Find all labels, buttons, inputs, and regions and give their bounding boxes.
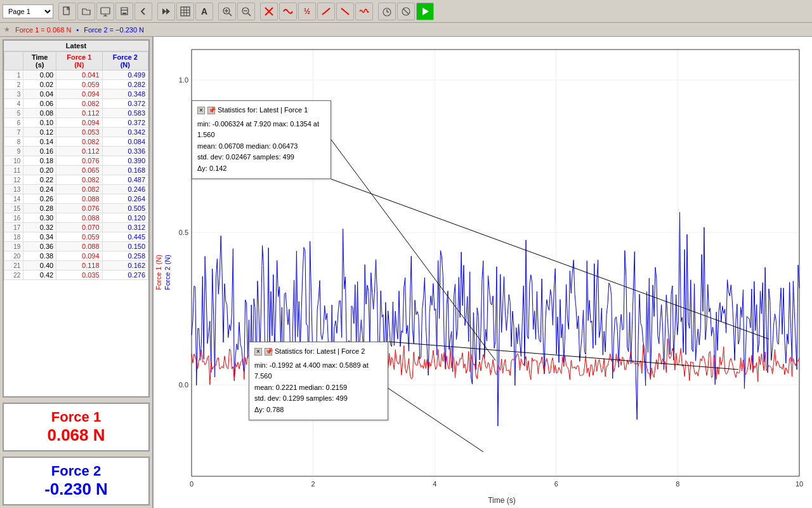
cell-f2: 0.445 (102, 232, 148, 242)
row-index: 3 (4, 90, 23, 99)
cell-f2: 0.372 (102, 99, 148, 109)
fft-button[interactable] (355, 3, 373, 20)
stats1-popup: × 📌 Statistics for: Latest | Force 1 min… (192, 100, 331, 179)
fast-forward-button[interactable] (157, 3, 175, 20)
half-button[interactable]: ½ (298, 3, 316, 20)
stats2-min: min: -0.1992 at 4.400 max: 0.5889 at 7.5… (254, 360, 383, 382)
table-row[interactable]: 110.200.0650.168 (4, 166, 148, 175)
cell-f2: 0.162 (102, 261, 148, 271)
table-row[interactable]: 210.400.1180.162 (4, 261, 148, 271)
cell-f2: 0.120 (102, 213, 148, 223)
cell-f2: 0.282 (102, 80, 148, 90)
row-index: 16 (4, 213, 23, 223)
cell-time: 0.34 (23, 232, 56, 242)
cell-f1: 0.088 (56, 194, 102, 204)
row-index: 2 (4, 80, 23, 90)
row-index: 7 (4, 128, 23, 137)
table-row[interactable]: 160.300.0880.120 (4, 213, 148, 223)
cell-f2: 0.348 (102, 90, 148, 99)
run-button[interactable] (416, 3, 434, 20)
status-f2: Force 2 = −0.230 N (84, 26, 144, 34)
row-index: 18 (4, 232, 23, 242)
cursor-x-button[interactable] (260, 3, 278, 20)
cell-f2: 0.150 (102, 242, 148, 251)
cell-f1: 0.088 (56, 242, 102, 251)
cell-time: 0.28 (23, 204, 56, 213)
table-row[interactable]: 80.140.0820.084 (4, 137, 148, 147)
table-row[interactable]: 70.120.0530.342 (4, 128, 148, 137)
stats2-popup: × 📌 Statistics for: Latest | Force 2 min… (249, 342, 388, 420)
table-row[interactable]: 100.180.0760.390 (4, 156, 148, 166)
col-f2-header: Force 2(N) (102, 52, 148, 70)
wave-button[interactable] (279, 3, 297, 20)
table-row[interactable]: 140.260.0880.264 (4, 194, 148, 204)
cell-time: 0.24 (23, 185, 56, 194)
table-row[interactable]: 200.380.0940.258 (4, 251, 148, 261)
cell-f1: 0.082 (56, 137, 102, 147)
table-row[interactable]: 50.080.1120.583 (4, 109, 148, 118)
table-row[interactable]: 220.420.0350.276 (4, 271, 148, 280)
table-row[interactable]: 30.040.0940.348 (4, 90, 148, 99)
row-index: 5 (4, 109, 23, 118)
stats2-std: std. dev: 0.1299 samples: 499 (254, 393, 383, 404)
print-button[interactable] (115, 3, 133, 20)
slope-down-button[interactable] (336, 3, 354, 20)
svg-line-24 (341, 8, 349, 15)
text-button[interactable]: A (195, 3, 213, 20)
timer-button[interactable] (378, 3, 396, 20)
row-index: 14 (4, 194, 23, 204)
table-row[interactable]: 170.320.0700.312 (4, 223, 148, 232)
monitor-button[interactable] (96, 3, 114, 20)
cell-f1: 0.094 (56, 118, 102, 128)
table-row[interactable]: 60.100.0940.372 (4, 118, 148, 128)
back-button[interactable] (134, 3, 152, 20)
page-select[interactable]: Page 1 (3, 4, 53, 18)
row-index: 13 (4, 185, 23, 194)
stats1-close-button[interactable]: × (197, 107, 205, 114)
cell-time: 0.10 (23, 118, 56, 128)
cell-time: 0.36 (23, 242, 56, 251)
row-index: 8 (4, 137, 23, 147)
chart-area[interactable]: × 📌 Statistics for: Latest | Force 1 min… (154, 37, 812, 508)
cell-f1: 0.082 (56, 175, 102, 185)
cell-f1: 0.082 (56, 185, 102, 194)
left-panel: Latest Time(s) Force 1(N) Force 2(N) 10.… (0, 37, 154, 508)
table-button[interactable] (176, 3, 194, 20)
cell-f1: 0.076 (56, 204, 102, 213)
toolbar: Page 1 A ½ (0, 0, 812, 23)
stats2-close-button[interactable]: × (254, 348, 262, 356)
row-index: 6 (4, 118, 23, 128)
slope-up-button[interactable] (317, 3, 335, 20)
svg-marker-8 (166, 8, 170, 15)
table-row[interactable]: 10.000.0410.499 (4, 70, 148, 80)
table-row[interactable]: 90.160.1120.336 (4, 147, 148, 156)
table-row[interactable]: 190.360.0880.150 (4, 242, 148, 251)
cell-time: 0.02 (23, 80, 56, 90)
new-button[interactable] (58, 3, 76, 20)
data-table-container: Latest Time(s) Force 1(N) Force 2(N) 10.… (3, 39, 150, 398)
open-button[interactable] (77, 3, 95, 20)
cell-f2: 0.168 (102, 166, 148, 175)
table-row[interactable]: 120.220.0820.487 (4, 175, 148, 185)
table-row[interactable]: 150.280.0760.505 (4, 204, 148, 213)
cell-f1: 0.065 (56, 166, 102, 175)
stop-button[interactable] (397, 3, 415, 20)
zoom-in-button[interactable] (218, 3, 236, 20)
cell-time: 0.06 (23, 99, 56, 109)
table-row[interactable]: 130.240.0820.246 (4, 185, 148, 194)
cell-time: 0.40 (23, 261, 56, 271)
table-row[interactable]: 40.060.0820.372 (4, 99, 148, 109)
cell-f1: 0.070 (56, 223, 102, 232)
zoom-out-button[interactable] (237, 3, 255, 20)
cell-time: 0.08 (23, 109, 56, 118)
svg-line-19 (248, 13, 251, 16)
row-index: 20 (4, 251, 23, 261)
svg-marker-31 (422, 8, 429, 15)
stats2-pin-button[interactable]: 📌 (265, 348, 272, 356)
table-row[interactable]: 180.340.0590.445 (4, 232, 148, 242)
force1-display: Force 1 0.068 N (3, 403, 150, 451)
table-row[interactable]: 20.020.0590.282 (4, 80, 148, 90)
cell-time: 0.16 (23, 147, 56, 156)
cell-f1: 0.082 (56, 99, 102, 109)
stats1-pin-button[interactable]: 📌 (207, 107, 215, 114)
